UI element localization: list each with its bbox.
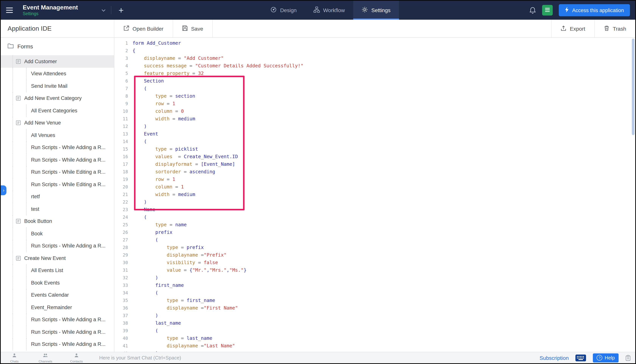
dock-item-chats[interactable]: Chats [5,352,24,363]
question-circle-icon: ? [597,355,602,360]
line-number: 28 [114,245,133,250]
code-line: 38 last_name [114,319,635,327]
sidebar-item[interactable]: Run Scripts - While Editing a R... [1,178,114,190]
code-line: 28 type = prefix [114,244,635,251]
line-number: 4 [114,63,133,68]
code-line-content: ( [133,327,158,334]
code-editor[interactable]: 1form Add_Customer2{3 displayname = "Add… [114,38,635,352]
sidebar-item[interactable]: All Event Categories [1,104,114,117]
line-number: 23 [114,207,133,212]
smart-chat-placeholder: Here is your Smart Chat (Ctrl+Space) [99,355,181,360]
people-group-icon [43,352,48,359]
trash-button[interactable]: Trash [594,20,635,38]
sidebar-item[interactable]: Run Scripts - While Adding a R... [1,326,114,338]
smart-chat-input[interactable]: Here is your Smart Chat (Ctrl+Space) [99,355,181,360]
header-tabs: Design Workflow Settings [262,1,399,20]
sidebar-item[interactable]: View Attendees [1,68,114,80]
keyboard-icon[interactable] [576,354,586,361]
code-line: 13 Event [114,130,635,138]
code-line: 5 feature property = 32 [114,70,635,77]
help-button[interactable]: ? Help [593,353,619,362]
hamburger-menu-icon[interactable] [1,8,18,13]
dock-item-contacts[interactable]: Contacts [67,352,86,363]
code-line-content: displayformat = [Event_Name] [133,160,235,168]
sidebar-item[interactable]: Add New Event Category [1,92,114,104]
app-menu-button[interactable] [542,5,553,16]
statusbar-right: Subscription ? Help [539,353,631,362]
app-switcher[interactable]: Event Management Settings [23,4,78,16]
application-window: Event Management Settings + Design Workf… [0,0,636,364]
code-line-content: displayname ="Last Name" [133,342,235,350]
sidebar-item[interactable]: Add Customer [1,55,114,68]
line-number: 22 [114,200,133,205]
line-number: 17 [114,162,133,167]
sidebar-item-label: View Attendees [31,71,66,76]
tab-settings[interactable]: Settings [353,1,399,20]
line-number: 33 [114,283,133,288]
folder-icon [8,43,14,50]
tab-workflow[interactable]: Workflow [305,1,353,20]
code-line: 12 ) [114,122,635,130]
sidebar-expander-button[interactable]: › [1,186,7,195]
tab-design[interactable]: Design [262,1,305,20]
sidebar-item[interactable]: Run Scripts - While Adding a R... [1,240,114,252]
code-line-content: displayname ="Prefix" [133,251,227,259]
sidebar-item[interactable]: Book Events [1,276,114,289]
export-button[interactable]: Export [552,20,594,38]
list-icon [545,8,550,13]
line-number: 18 [114,169,133,174]
dock-item-channels[interactable]: Channels [36,352,55,363]
sidebar-item-label: Events Calendar [31,292,69,298]
sidebar-item[interactable]: Run Scripts - While Adding a R... [1,338,114,350]
code-line: 31 value = {"Mr.","Mrs.","Ms."} [114,266,635,274]
open-builder-button[interactable]: Open Builder [114,20,172,38]
code-line: 3 displayname = "Add Customer" [114,54,635,62]
page-title-wrap: Application IDE [1,20,114,38]
code-line-content: displayname ="First Name" [133,304,238,312]
chevron-down-icon[interactable] [102,9,106,12]
sidebar-item[interactable]: Add New Venue [1,117,114,129]
gear-icon [362,6,368,14]
code-line-content: ) [133,122,147,130]
sidebar-item[interactable]: Events Calendar [1,289,114,301]
line-number: 12 [114,124,133,129]
open-builder-label: Open Builder [133,26,163,32]
sidebar-item[interactable]: Event_Remainder [1,301,114,314]
line-number: 14 [114,139,133,144]
code-line: 26 prefix [114,228,635,236]
sidebar-item[interactable]: Send Invite Mail [1,80,114,92]
sidebar-item[interactable]: Run Scripts - While Editing a R... [1,166,114,178]
line-number: 7 [114,86,133,91]
line-number: 2 [114,48,133,53]
sidebar-item[interactable]: Book Button [1,215,114,228]
sidebar-item[interactable]: rtetf [1,190,114,203]
code-line: 22 ) [114,198,635,206]
sidebar-item-label: Run Scripts - While Adding a R... [31,342,106,347]
sidebar-item[interactable]: Run Scripts - While Adding a R... [1,314,114,326]
code-line-content: column = 0 [133,108,184,115]
forms-section-header[interactable]: Forms [1,38,114,55]
sidebar-item[interactable]: All Venues [1,129,114,141]
code-line: 21 width = medium [114,191,635,198]
chat-person-icon [12,352,17,359]
sidebar-item[interactable]: Run Scripts - While Adding a R... [1,154,114,166]
add-application-button[interactable]: + [114,1,128,20]
sidebar-item[interactable]: Book [1,228,114,240]
sidebar-item[interactable]: Run Scripts - While Adding a R... [1,141,114,154]
notifications-bell-icon[interactable] [529,6,536,14]
subscription-link[interactable]: Subscription [539,355,569,361]
header-divider [111,6,111,14]
toolbar-spacer [213,20,551,38]
line-number: 27 [114,237,133,242]
sidebar-item[interactable]: All Events List [1,264,114,276]
sidebar-item[interactable]: Create New Event [1,252,114,264]
code-line: 27 ( [114,236,635,244]
code-line-content: Name [133,206,155,214]
clipboard-icon[interactable] [625,355,631,361]
sidebar-item[interactable]: test [1,203,114,215]
scrollbar-thumb[interactable] [632,38,634,135]
access-application-button[interactable]: Access this application [559,4,630,16]
save-button[interactable]: Save [173,20,212,38]
line-number: 25 [114,222,133,228]
code-line-content: displayname = "Add Customer" [133,54,224,62]
